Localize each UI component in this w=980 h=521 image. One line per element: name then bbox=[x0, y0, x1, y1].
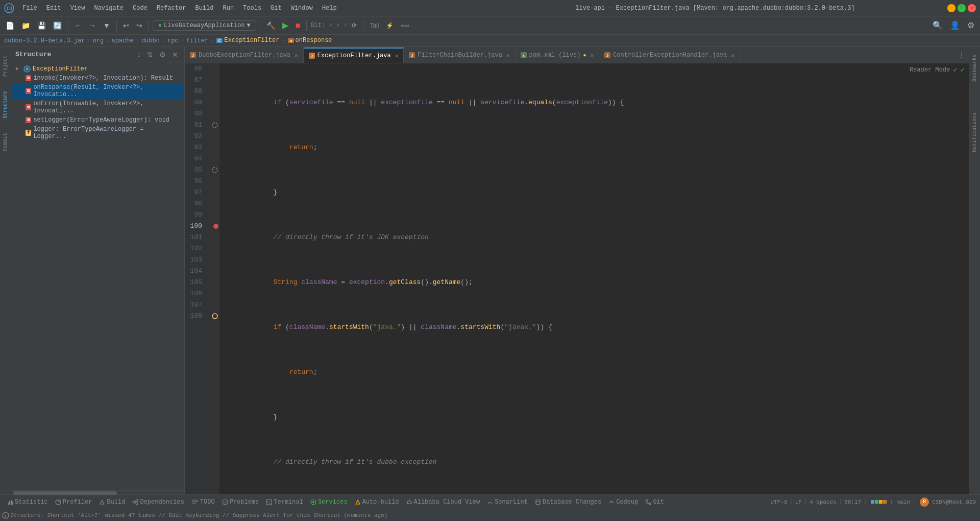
toolbar-power[interactable]: ⚡ bbox=[383, 20, 396, 31]
status-alibaba-cloud[interactable]: Alibaba Cloud View bbox=[403, 499, 483, 506]
status-terminal[interactable]: Terminal bbox=[263, 499, 306, 506]
toolbar-update[interactable]: ⟳ bbox=[349, 20, 359, 31]
sidebar-settings[interactable]: ⚙ bbox=[157, 50, 168, 60]
status-services[interactable]: Services bbox=[307, 499, 351, 506]
status-statistic[interactable]: Statistic bbox=[4, 499, 51, 506]
sidebar-close[interactable]: ✕ bbox=[170, 50, 180, 60]
statistic-icon bbox=[7, 499, 13, 505]
project-config-selector[interactable]: ● LiveGatewayApplication ▼ bbox=[153, 20, 256, 31]
toolbar-recent[interactable]: ▼ bbox=[101, 20, 113, 31]
status-problems[interactable]: ! Problems bbox=[219, 499, 262, 506]
tree-field-logger[interactable]: f logger: ErrorTypeAwareLogger = Logger.… bbox=[11, 125, 184, 141]
status-sonarlint[interactable]: SonarLint bbox=[484, 499, 531, 506]
menu-refactor[interactable]: Refactor bbox=[153, 4, 190, 13]
toolbar-search[interactable]: 🔍 bbox=[930, 19, 945, 32]
tab-close-ctrl[interactable]: ✕ bbox=[731, 52, 734, 59]
tab-pom[interactable]: X pom.xml (live) ● ✕ bbox=[516, 48, 599, 63]
notifications-tool[interactable]: Notifications bbox=[971, 109, 978, 155]
toolbar-save-all[interactable]: 💾 bbox=[35, 20, 48, 31]
gutter-105: 105 bbox=[185, 277, 206, 288]
tab-dubbo-exception-filter[interactable]: J DubboExceptionFilter.java ✕ bbox=[185, 48, 304, 63]
cursor-position[interactable]: 58:17 bbox=[844, 499, 861, 505]
close-button[interactable]: ✕ bbox=[968, 4, 976, 12]
tree-method-onresponse[interactable]: m onResponse(Result, Invoker<?>, Invocat… bbox=[11, 83, 184, 99]
bc-filter[interactable]: filter bbox=[186, 37, 208, 44]
line-ending-indicator[interactable]: LF bbox=[795, 499, 802, 505]
user-avatar[interactable]: R bbox=[920, 498, 929, 507]
structure-panel: Structure ↕ ⇅ ⚙ ✕ ▼ ExceptionFilter m in… bbox=[11, 47, 185, 494]
reader-mode-check2[interactable]: ✓ bbox=[961, 65, 965, 74]
bc-org[interactable]: org bbox=[93, 37, 104, 44]
tree-method-onerror[interactable]: m onError(Throwable, Invoker<?>, Invocat… bbox=[11, 99, 184, 115]
tab-close-pom[interactable]: ✕ bbox=[590, 52, 594, 59]
menu-help[interactable]: Help bbox=[318, 4, 341, 13]
tree-root-class[interactable]: ▼ ExceptionFilter bbox=[11, 64, 184, 74]
menu-window[interactable]: Window bbox=[287, 4, 317, 13]
tab-filter-chain-builder[interactable]: J FilterChainBuilder.java ✕ bbox=[404, 48, 515, 63]
status-profiler[interactable]: Profiler bbox=[52, 499, 95, 506]
tab-close-3[interactable]: ✕ bbox=[506, 52, 510, 59]
tab-close[interactable]: ✕ bbox=[295, 52, 298, 59]
status-git[interactable]: Git bbox=[642, 499, 667, 506]
commit-tool[interactable]: Commit bbox=[2, 129, 9, 155]
toolbar-stop[interactable]: ■ bbox=[293, 19, 303, 32]
menu-build[interactable]: Build bbox=[191, 4, 217, 13]
status-auto-build[interactable]: ! Auto-build bbox=[352, 499, 402, 506]
tree-method-invoke[interactable]: m invoke(Invoker<?>, Invocation): Result bbox=[11, 74, 184, 83]
bc-apache[interactable]: apache bbox=[111, 37, 133, 44]
toolbar-back[interactable]: ← bbox=[72, 20, 84, 31]
menu-navigate[interactable]: Navigate bbox=[90, 4, 128, 13]
toolbar-undo[interactable]: ↩ bbox=[120, 20, 132, 31]
code-text[interactable]: if (servicefile == null || exceptionfile… bbox=[219, 63, 969, 494]
bc-class[interactable]: CExceptionFilter bbox=[216, 37, 279, 44]
bookmarks-tool[interactable]: Bookmarks bbox=[971, 51, 978, 85]
status-dependencies[interactable]: Dependencies bbox=[129, 499, 187, 506]
bc-method[interactable]: monResponse bbox=[287, 37, 332, 44]
line-90: String className = exception.getClass().… bbox=[226, 277, 963, 288]
toolbar-translate[interactable]: ⟺ bbox=[398, 20, 412, 31]
code-editor[interactable]: Reader Mode ✓ ✓ 86 87 88 89 90 91 92 93 … bbox=[185, 63, 969, 494]
project-tool[interactable]: Project bbox=[2, 51, 9, 81]
tab-exception-filter[interactable]: J ExceptionFilter.java ✕ bbox=[304, 48, 404, 63]
structure-tool[interactable]: Structure bbox=[2, 87, 9, 123]
menu-view[interactable]: View bbox=[66, 4, 89, 13]
reader-mode-check[interactable]: ✓ bbox=[953, 65, 957, 74]
menu-tools[interactable]: Tools bbox=[239, 4, 265, 13]
sidebar-scrollbar-thumb[interactable] bbox=[13, 491, 117, 495]
bc-jar[interactable]: dubbo-3.2.0-beta.3.jar bbox=[4, 37, 85, 44]
indent-indicator[interactable]: 4 spaces bbox=[810, 499, 837, 505]
bc-rpc[interactable]: rpc bbox=[167, 37, 179, 44]
status-todo[interactable]: TODO bbox=[188, 499, 218, 506]
minimize-button[interactable]: — bbox=[947, 4, 955, 12]
menu-git[interactable]: Git bbox=[266, 4, 286, 13]
sidebar-sort-type[interactable]: ⇅ bbox=[145, 50, 155, 60]
code-content: 86 87 88 89 90 91 92 93 94 95 96 97 98 9… bbox=[185, 63, 969, 494]
toolbar-forward[interactable]: → bbox=[86, 20, 99, 31]
menu-edit[interactable]: Edit bbox=[42, 4, 65, 13]
menu-code[interactable]: Code bbox=[129, 4, 152, 13]
svg-text:!: ! bbox=[224, 500, 226, 505]
status-build[interactable]: Build bbox=[96, 499, 128, 506]
menu-file[interactable]: File bbox=[18, 4, 41, 13]
tab-close-active[interactable]: ✕ bbox=[395, 53, 399, 59]
branch-indicator[interactable]: ↑ main bbox=[890, 499, 910, 505]
tree-method-setlogger[interactable]: m setLogger(ErrorTypeAwareLogger): void bbox=[11, 115, 184, 125]
toolbar-tail[interactable]: Tail bbox=[367, 20, 381, 31]
menu-run[interactable]: Run bbox=[218, 4, 238, 13]
toolbar-run[interactable]: ▶ bbox=[280, 19, 291, 32]
maximize-button[interactable]: □ bbox=[958, 4, 966, 12]
toolbar-new-file[interactable]: 📄 bbox=[3, 20, 17, 31]
status-codeup[interactable]: Codeup bbox=[605, 499, 641, 506]
toolbar-redo[interactable]: ↪ bbox=[134, 20, 145, 31]
tab-controller-exception[interactable]: J ControllerExceptionHandler.java ✕ bbox=[599, 48, 740, 63]
status-database[interactable]: Database Changes bbox=[532, 499, 604, 506]
toolbar-sync[interactable]: 🔄 bbox=[51, 20, 64, 31]
toolbar-settings[interactable]: ⚙ bbox=[965, 19, 977, 32]
toolbar-open[interactable]: 📁 bbox=[19, 20, 33, 31]
sidebar-sort-alpha[interactable]: ↕ bbox=[135, 50, 143, 60]
bc-dubbo[interactable]: dubbo bbox=[141, 37, 160, 44]
encoding-indicator[interactable]: UTF-8 bbox=[771, 499, 788, 505]
toolbar-build-project[interactable]: 🔨 bbox=[264, 20, 278, 31]
toolbar-user[interactable]: 👤 bbox=[947, 19, 963, 32]
tabs-overflow-btn[interactable]: ⋮ bbox=[954, 48, 969, 63]
